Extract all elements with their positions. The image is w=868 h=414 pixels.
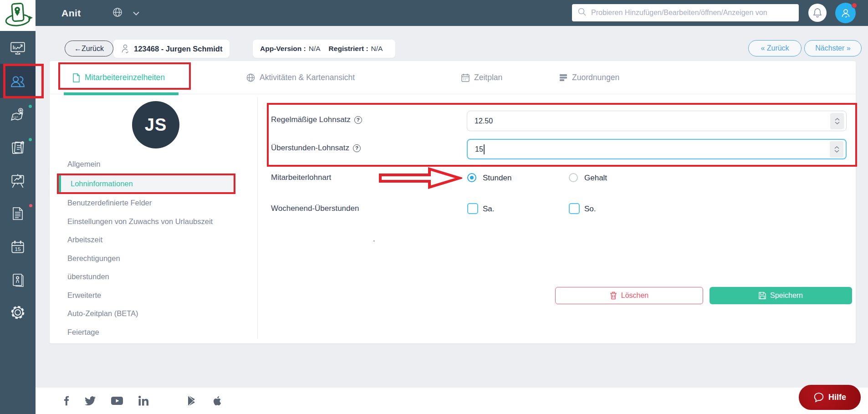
- overtime-rate-field: [467, 139, 847, 159]
- tab-aktivitaeten-kartenansicht[interactable]: Aktivitäten & Kartenansicht: [246, 61, 355, 94]
- calendar-15-icon: 15: [10, 239, 26, 255]
- calendar-icon: [461, 73, 470, 82]
- chevron-up-icon: [835, 118, 840, 121]
- sidebar-item-notes[interactable]: [0, 138, 36, 157]
- employee-handbook-icon: [10, 272, 25, 287]
- floppy-save-icon: [759, 292, 766, 299]
- checkbox-saturday-label: Sa.: [483, 204, 495, 214]
- number-spinner[interactable]: [830, 141, 843, 158]
- previous-employee-button[interactable]: « Zurück: [748, 40, 802, 56]
- menu-item-arbeitszeit[interactable]: Arbeitszeit: [50, 231, 257, 250]
- number-spinner[interactable]: [830, 113, 844, 129]
- registered-label: Registriert :: [329, 45, 368, 53]
- app-logo[interactable]: [0, 0, 36, 31]
- sidebar-item-employees[interactable]: [0, 72, 36, 91]
- menu-item-auto-zeitplan[interactable]: Auto-Zeitplan (BETA): [50, 305, 257, 323]
- sidebar-item-settings[interactable]: [0, 303, 36, 322]
- youtube-icon[interactable]: [111, 396, 123, 405]
- stray-period: .: [373, 235, 375, 243]
- regular-rate-label: Regelmäßige Lohnsatz ?: [271, 115, 362, 124]
- notification-badge-dot: [852, 3, 857, 8]
- tab-label: Zuordnungen: [572, 73, 619, 82]
- regular-rate-field: [467, 111, 847, 131]
- person-icon: [840, 7, 852, 19]
- registered-value: N/A: [371, 45, 383, 53]
- facebook-icon[interactable]: [64, 395, 69, 406]
- delete-button[interactable]: Löschen: [555, 287, 703, 304]
- back-button[interactable]: ←Zurück: [65, 41, 113, 56]
- avatar-initials: JS: [145, 115, 167, 135]
- radio-stunden-label: Stunden: [483, 174, 511, 183]
- tab-zeitplan[interactable]: Zeitplan: [461, 61, 502, 94]
- menu-item-benutzerdefinierte-felder[interactable]: Benutzerdefinierte Felder: [50, 194, 257, 213]
- tab-label: Aktivitäten & Kartenansicht: [260, 73, 355, 82]
- menu-item-berechtigungen[interactable]: Berechtigungen: [50, 249, 257, 268]
- text-caret: [484, 144, 485, 154]
- app-version-chip: App-Version : N/A Registriert : N/A: [253, 40, 395, 58]
- svg-text:15: 15: [15, 246, 21, 252]
- file-icon: [72, 73, 80, 82]
- page-footer: Hilfe: [36, 388, 868, 414]
- trash-icon: [610, 291, 617, 300]
- save-label: Speichern: [770, 291, 803, 300]
- save-button[interactable]: Speichern: [710, 287, 852, 304]
- menu-item-feiertage[interactable]: Feiertage: [50, 323, 257, 342]
- globe-language-icon[interactable]: [112, 7, 123, 20]
- help-icon[interactable]: ?: [354, 116, 362, 124]
- bell-icon: [813, 8, 822, 18]
- tabs-bar: Mitarbeitereinzelheiten Aktivitäten & Ka…: [50, 61, 856, 94]
- wage-type-label: Mitarbeiterlohnart: [271, 173, 331, 182]
- radio-gehalt[interactable]: [569, 173, 578, 182]
- chat-bubble-icon: [813, 392, 824, 403]
- employee-initials-avatar: JS: [132, 101, 179, 148]
- regular-rate-input[interactable]: [467, 117, 830, 125]
- top-header-bar: Anit: [0, 0, 868, 26]
- detail-section-menu: Allgemein Lohninformationen Benutzerdefi…: [50, 155, 257, 342]
- sidebar-item-handbook[interactable]: [0, 271, 36, 289]
- app-version-value: N/A: [309, 45, 321, 53]
- person-badge-icon: [121, 44, 130, 54]
- sidebar-item-reports[interactable]: [0, 172, 36, 190]
- checkbox-sunday[interactable]: [569, 203, 580, 214]
- overtime-rate-input[interactable]: [468, 145, 484, 153]
- search-input[interactable]: [590, 8, 793, 17]
- layers-stack-icon: [559, 74, 567, 82]
- menu-item-ueberstunden[interactable]: überstunden: [50, 268, 257, 286]
- gear-icon: [9, 304, 26, 321]
- notes-icon: [10, 139, 26, 156]
- app-root: Anit: [0, 0, 868, 414]
- sidebar-nav: 15: [0, 26, 36, 414]
- radio-gehalt-label: Gehalt: [584, 174, 607, 183]
- annotation-arrow: [378, 167, 462, 189]
- checkbox-sunday-label: So.: [584, 204, 596, 214]
- menu-item-urlaubszeit[interactable]: Einstellungen von Zuwachs von Urlaubszei…: [50, 212, 257, 231]
- help-icon[interactable]: ?: [353, 144, 361, 152]
- employee-detail-card: Mitarbeitereinzelheiten Aktivitäten & Ka…: [50, 61, 856, 343]
- presentation-chart-icon: [10, 173, 26, 189]
- checkbox-saturday[interactable]: [467, 203, 478, 214]
- app-version-label: App-Version :: [260, 45, 306, 53]
- menu-item-erweiterte[interactable]: Erweiterte: [50, 286, 257, 305]
- sidebar-item-calendar[interactable]: 15: [0, 238, 36, 256]
- tab-mitarbeitereinzelheiten[interactable]: Mitarbeitereinzelheiten: [72, 61, 165, 94]
- globe-icon: [246, 73, 255, 82]
- tab-zuordnungen[interactable]: Zuordnungen: [559, 61, 619, 94]
- help-button[interactable]: Hilfe: [799, 385, 861, 410]
- sidebar-item-dashboard[interactable]: [0, 39, 36, 57]
- next-employee-button[interactable]: Nächster »: [804, 40, 862, 56]
- employee-chip: 123468 - Jurgen Schmidt: [113, 40, 230, 58]
- menu-item-allgemein[interactable]: Allgemein: [50, 155, 257, 174]
- twitter-icon[interactable]: [85, 396, 96, 405]
- linkedin-icon[interactable]: [138, 396, 148, 406]
- map-location-icon: [10, 107, 26, 123]
- sidebar-item-documents[interactable]: [0, 204, 36, 223]
- notifications-button[interactable]: [808, 4, 827, 22]
- column-divider: [257, 97, 258, 339]
- brand-name: Anit: [61, 0, 81, 26]
- sidebar-item-map[interactable]: [0, 106, 36, 124]
- radio-stunden[interactable]: [467, 173, 476, 182]
- apple-icon[interactable]: [212, 395, 221, 406]
- menu-item-lohninformationen[interactable]: Lohninformationen: [57, 174, 235, 194]
- google-play-icon[interactable]: [188, 396, 197, 406]
- chevron-down-icon[interactable]: [133, 9, 139, 17]
